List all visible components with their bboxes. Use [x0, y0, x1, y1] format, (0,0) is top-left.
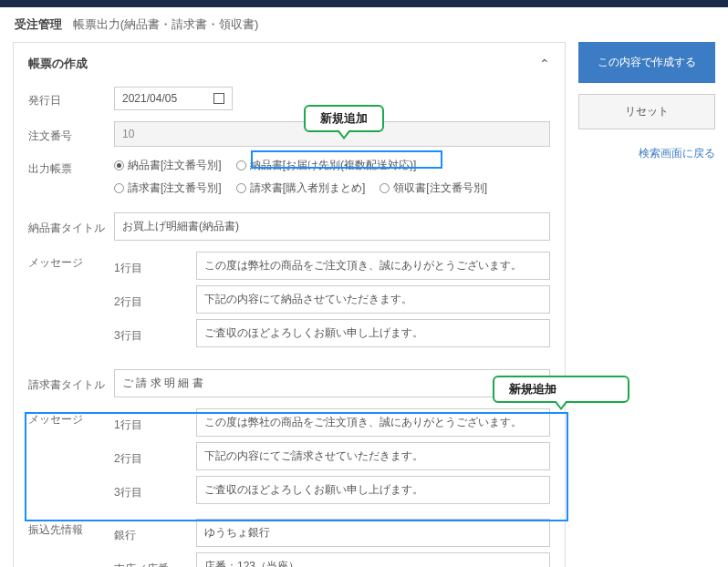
radio-icon [380, 183, 390, 193]
top-bar [0, 0, 728, 7]
line2-label: 2行目 [114, 289, 196, 310]
radio-deliv-by-order[interactable]: 納品書[注文番号別] [114, 158, 222, 173]
back-to-search-link[interactable]: 検索画面に戻る [578, 146, 715, 161]
radio-icon [114, 160, 124, 170]
message-label: メッセージ [28, 252, 114, 271]
bank-info-label: 振込先情報 [28, 519, 114, 538]
branch-input[interactable]: 店番：123（当座） [196, 552, 550, 567]
radio-bill-by-order[interactable]: 請求書[注文番号別] [114, 180, 222, 196]
reset-button[interactable]: リセット [578, 94, 715, 129]
radio-receipt-by-order[interactable]: 領収書[注文番号別] [380, 180, 487, 196]
deliv-msg2-input[interactable]: 下記の内容にて納品させていただきます。 [196, 285, 550, 314]
bank-name-input[interactable]: ゆうちょ銀行 [196, 519, 550, 547]
radio-icon [236, 160, 246, 170]
bline3-label: 3行目 [114, 479, 196, 500]
callout-new-2: 新規追加 [493, 376, 629, 403]
calendar-icon[interactable] [213, 93, 224, 104]
bill-title-label: 請求書タイトル [28, 374, 114, 393]
page-title: 受注管理 [15, 17, 62, 31]
bank-name-label: 銀行 [114, 522, 196, 543]
bline1-label: 1行目 [114, 412, 196, 433]
output-type-label: 出力帳票 [28, 158, 114, 177]
page-header: 受注管理 帳票出力(納品書・請求書・領収書) [0, 7, 728, 42]
deliv-msg1-input[interactable]: この度は弊社の商品をご注文頂き、誠にありがとうございます。 [196, 252, 550, 280]
deliv-msg3-input[interactable]: ご査収のほどよろしくお願い申し上げます。 [196, 319, 550, 347]
line3-label: 3行目 [114, 323, 196, 344]
order-no-label: 注文番号 [28, 125, 114, 144]
bill-msg3-input[interactable]: ご査収のほどよろしくお願い申し上げます。 [196, 476, 550, 504]
bline2-label: 2行目 [114, 446, 196, 467]
callout-new-1: 新規追加 [304, 105, 384, 132]
create-button[interactable]: この内容で作成する [578, 42, 715, 83]
bill-msg1-input[interactable]: この度は弊社の商品をご注文頂き、誠にありがとうございます。 [196, 408, 550, 437]
branch-label: 支店／店番 [114, 556, 196, 567]
deliv-title-input[interactable]: お買上げ明細書(納品書) [114, 212, 550, 241]
deliv-title-label: 納品書タイトル [28, 217, 114, 236]
bill-title-input[interactable]: ご 請 求 明 細 書 [114, 369, 550, 397]
radio-deliv-by-dest[interactable]: 納品書[お届け先別(複数配送対応)] [236, 158, 417, 173]
issue-date-input[interactable]: 2021/04/05 [114, 87, 233, 110]
card-title: 帳票の作成 [28, 56, 88, 72]
bill-message-label: メッセージ [28, 408, 114, 428]
side-panel: この内容で作成する リセット 検索画面に戻る [578, 42, 715, 161]
line1-label: 1行目 [114, 255, 196, 276]
issue-date-value: 2021/04/05 [122, 92, 177, 105]
radio-icon [236, 183, 246, 193]
collapse-icon[interactable]: ⌃ [539, 57, 550, 71]
bill-msg2-input[interactable]: 下記の内容にてご請求させていただきます。 [196, 442, 550, 470]
radio-icon [114, 183, 124, 193]
page-subtitle: 帳票出力(納品書・請求書・領収書) [73, 17, 259, 31]
issue-date-label: 発行日 [28, 89, 114, 108]
radio-bill-by-buyer[interactable]: 請求書[購入者別まとめ] [236, 180, 366, 196]
main-card: 新規追加 新規追加 帳票の作成 ⌃ 発行日 2021/04/05 注文番号 10… [13, 42, 566, 567]
